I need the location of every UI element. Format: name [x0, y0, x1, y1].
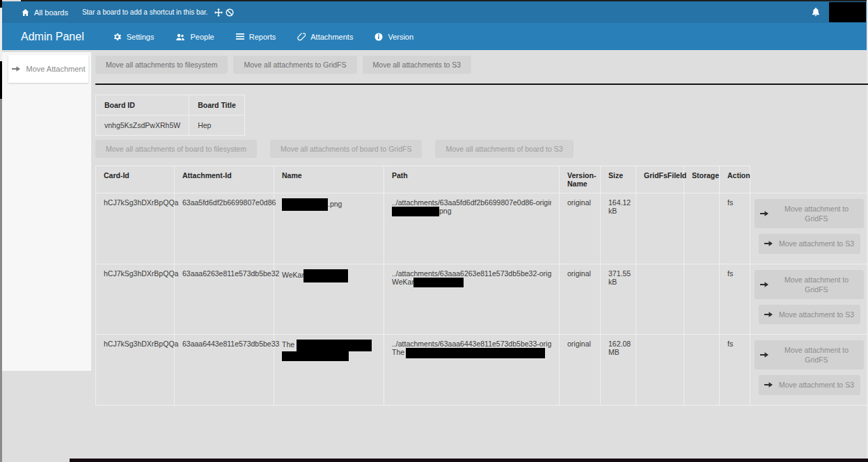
ban-icon[interactable] [226, 8, 234, 17]
move-attachment-to-s3-button[interactable]: Move attachment to S3 [759, 305, 860, 324]
notifications-bell-icon[interactable] [812, 8, 820, 17]
size-cell: 162.08 MB [601, 335, 636, 406]
gear-icon [113, 33, 122, 41]
arrow-right-icon [760, 281, 768, 288]
row-buttons-cell: Move attachment to GridFS Move attachmen… [750, 193, 868, 264]
version-name-cell: original [560, 335, 601, 406]
info-circle-icon [374, 33, 383, 41]
col-buttons-blank [750, 166, 868, 193]
redacted-name [297, 340, 372, 351]
card-id-cell: hCJ7kSg3hDXrBpQQa [96, 335, 175, 406]
name-cell: .png [274, 193, 384, 264]
gridfsfileid-cell [636, 335, 684, 406]
row-buttons-cell: Move attachment to GridFS Move attachmen… [750, 335, 868, 406]
global-move-toolbar: Move all attachments to filesystem Move … [95, 56, 868, 74]
attachments-table: Card-Id Attachment-Id Name Path Version-… [95, 166, 868, 406]
col-name: Name [274, 166, 384, 193]
admin-panel-header: Admin Panel Settings People Reports [2, 23, 867, 50]
name-cell: WeKan [274, 264, 384, 335]
sidebar-item-label: Move Attachment [26, 65, 86, 73]
col-attachment-id: Attachment-Id [175, 166, 274, 193]
sidebar-item-move-attachment[interactable]: Move Attachment [8, 55, 88, 83]
gridfsfileid-cell [636, 193, 684, 264]
col-card-id: Card-Id [96, 166, 175, 193]
nav-item-settings[interactable]: Settings [113, 33, 155, 41]
bottom-redacted-bar [70, 459, 868, 462]
path-cell: ../attachments/63aaa6263e811e573db5be32-… [384, 264, 560, 335]
people-icon [175, 33, 185, 41]
move-attachment-to-s3-button[interactable]: Move attachment to S3 [759, 375, 860, 395]
row-buttons-cell: Move attachment to GridFS Move attachmen… [750, 264, 868, 335]
divider [95, 83, 868, 85]
nav-item-reports[interactable]: Reports [236, 33, 276, 41]
col-size: Size [601, 166, 636, 193]
admin-nav: Settings People Reports Attachments [113, 33, 413, 41]
paperclip-icon [297, 33, 306, 41]
attachment-row: hCJ7kSg3hDXrBpQQa 63aaa6263e811e573db5be… [96, 264, 868, 335]
top-navbar: All boards Star a board to add a shortcu… [2, 1, 867, 23]
move-all-to-s3-button[interactable]: Move all attachments to S3 [363, 56, 472, 74]
col-version-name: Version-Name [560, 166, 601, 193]
redacted-path [392, 207, 439, 216]
board-row: vnhg5KsZsdPwXRh5W Hep [96, 116, 245, 136]
board-title-header: Board Title [189, 95, 245, 116]
board-info-table: Board ID Board Title vnhg5KsZsdPwXRh5W H… [95, 95, 245, 136]
wekan-admin-panel-window: All boards Star a board to add a shortcu… [0, 0, 868, 462]
name-cell: The [274, 335, 384, 406]
redacted-name [282, 351, 349, 361]
size-cell: 164.12 kB [601, 193, 636, 264]
list-icon [236, 33, 244, 40]
arrow-right-icon [760, 210, 768, 217]
move-attachment-to-gridfs-button[interactable]: Move attachment to GridFS [755, 270, 864, 299]
col-path: Path [384, 166, 560, 193]
attachment-row: hCJ7kSg3hDXrBpQQa 63aaa6443e811e573db5be… [96, 335, 868, 406]
version-name-cell: original [560, 264, 601, 335]
attachment-id-cell: 63aaa6263e811e573db5be32 [175, 264, 274, 335]
attachment-id-cell: 63aa5fd6df2b6699807e0d86 [175, 193, 274, 264]
admin-sidebar: Move Attachment [2, 52, 91, 371]
redacted-name [303, 269, 348, 282]
move-board-to-gridfs-button[interactable]: Move all attachments of board to GridFS [270, 140, 423, 158]
version-name-cell: original [560, 193, 601, 264]
move-attachment-to-s3-button[interactable]: Move attachment to S3 [759, 234, 860, 253]
card-id-cell: hCJ7kSg3hDXrBpQQa [96, 193, 175, 264]
action-cell: fs [720, 193, 750, 264]
nav-item-people[interactable]: People [175, 33, 214, 41]
move-attachments-panel: Move all attachments to filesystem Move … [95, 52, 868, 406]
path-cell: ../attachments/63aaa6443e811e573db5be33-… [384, 335, 560, 406]
star-board-hint: Star a board to add a shortcut in this b… [82, 8, 208, 16]
move-all-to-filesystem-button[interactable]: Move all attachments to filesystem [95, 56, 228, 74]
move-all-to-gridfs-button[interactable]: Move all attachments to GridFS [233, 56, 356, 74]
col-gridfsfileid: GridFsFileId [636, 166, 684, 193]
action-cell: fs [720, 264, 750, 335]
arrow-right-icon [760, 351, 768, 358]
user-avatar-redacted[interactable] [829, 2, 866, 22]
col-storage: Storage [684, 166, 720, 193]
move-icon[interactable] [214, 8, 223, 17]
storage-cell [684, 264, 720, 335]
move-attachment-to-gridfs-button[interactable]: Move attachment to GridFS [755, 199, 864, 228]
redacted-path [413, 278, 464, 287]
attachment-id-cell: 63aaa6443e811e573db5be33 [175, 335, 274, 406]
attachment-row: hCJ7kSg3hDXrBpQQa 63aa5fd6df2b6699807e0d… [96, 193, 868, 264]
arrow-right-icon [764, 240, 773, 247]
col-action: Action [720, 166, 750, 193]
redacted-name [282, 198, 328, 211]
move-board-to-s3-button[interactable]: Move all attachments of board to S3 [435, 140, 573, 158]
redacted-path [406, 348, 545, 358]
page-title: Admin Panel [21, 31, 84, 43]
all-boards-link[interactable]: All boards [21, 8, 68, 17]
size-cell: 371.55 kB [601, 264, 636, 335]
nav-item-version[interactable]: Version [374, 33, 413, 41]
move-attachment-to-gridfs-button[interactable]: Move attachment to GridFS [755, 340, 864, 369]
storage-cell [684, 335, 720, 406]
arrow-right-icon [12, 65, 20, 72]
arrow-right-icon [764, 381, 773, 388]
board-move-toolbar: Move all attachments of board to filesys… [95, 140, 868, 158]
all-boards-label: All boards [34, 8, 68, 17]
move-board-to-filesystem-button[interactable]: Move all attachments of board to filesys… [95, 140, 257, 158]
board-id-value: vnhg5KsZsdPwXRh5W [96, 116, 189, 136]
arrow-right-icon [764, 311, 773, 318]
nav-item-attachments[interactable]: Attachments [297, 33, 353, 41]
storage-cell [684, 193, 720, 264]
